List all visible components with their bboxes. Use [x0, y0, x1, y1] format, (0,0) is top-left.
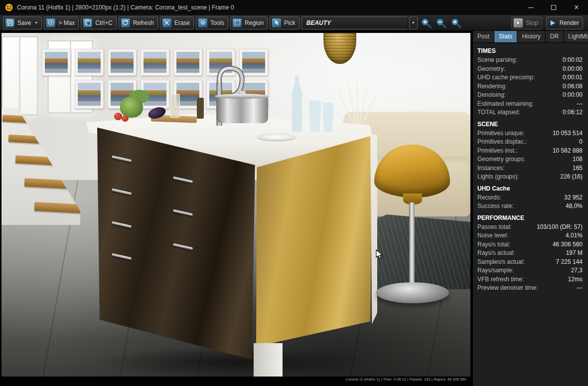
- minimize-button[interactable]: [519, 0, 542, 15]
- erase-button[interactable]: Erase: [160, 16, 194, 29]
- stats-row: Rays/s total:46 306 560: [477, 240, 583, 249]
- maximize-button[interactable]: [542, 0, 565, 15]
- stat-label: Primitives inst.:: [477, 147, 518, 156]
- render-label: Render: [560, 19, 579, 26]
- render-button[interactable]: Render: [546, 16, 583, 29]
- stop-label: Stop: [526, 19, 538, 26]
- refresh-label: Refresh: [133, 19, 154, 26]
- close-icon: ×: [574, 3, 579, 11]
- stat-label: Geometry groups:: [477, 155, 525, 164]
- kitchen-island-end-panel: [253, 133, 373, 350]
- tab-history[interactable]: History: [517, 31, 545, 42]
- stat-label: Rendering:: [477, 82, 507, 91]
- kitchen-island-drawers: [97, 125, 257, 360]
- pick-button[interactable]: Pick: [270, 16, 299, 29]
- to-max-label: > Max: [58, 19, 75, 26]
- stat-value: 0:00:00: [563, 65, 583, 74]
- stats-row: Samples/s actual:7 225 144: [477, 258, 583, 267]
- tab-stats[interactable]: Stats: [494, 31, 517, 42]
- zoom-reset-button[interactable]: [449, 16, 462, 29]
- stat-label: Scene parsing:: [477, 56, 517, 65]
- tab-dr[interactable]: DR: [546, 31, 564, 42]
- drawer-handle: [173, 209, 193, 216]
- picture-photo: [111, 52, 134, 73]
- stop-icon: [513, 18, 523, 28]
- minimize-icon: [528, 7, 534, 8]
- stat-value: 27,3: [571, 266, 583, 275]
- cooking-pot: [216, 96, 268, 123]
- romanesco: [120, 97, 143, 118]
- drinking-glass: [308, 100, 321, 133]
- tab-lightmix[interactable]: LightMix: [564, 31, 588, 42]
- stats-panel: PostStatsHistoryDRLightMix TIMESScene pa…: [472, 31, 588, 386]
- tab-post[interactable]: Post: [473, 31, 494, 42]
- refresh-button[interactable]: Refresh: [119, 16, 158, 29]
- window-title: Corona 11 (Hotfix 1) | 2800×2100px (1:2)…: [17, 4, 234, 11]
- stop-button[interactable]: Stop: [511, 16, 542, 29]
- pick-icon: [272, 18, 282, 28]
- drawer-handle: [112, 221, 132, 228]
- render-view[interactable]: Corona 11 (Hotfix 1) | Time: 0:06:12 | P…: [1, 33, 470, 382]
- pot-rim: [215, 94, 270, 99]
- render-viewport: Corona 11 (Hotfix 1) | Time: 0:06:12 | P…: [0, 31, 472, 386]
- stat-value: 165: [573, 164, 583, 173]
- stats-row: TOTAL elapsed:0:06:12: [477, 108, 583, 117]
- stat-value: 0:06:12: [563, 108, 583, 117]
- render-element-caret[interactable]: ▼: [409, 16, 418, 29]
- tools-label: Tools: [210, 19, 224, 26]
- to-max-button[interactable]: 3 > Max: [44, 16, 79, 29]
- picture-photo: [144, 52, 166, 73]
- stats-row: UHD cache precomp:0:00:01: [477, 73, 583, 82]
- stats-row: Instances:165: [477, 164, 583, 173]
- region-button[interactable]: Region: [230, 16, 268, 29]
- drawer-handle: [112, 156, 132, 163]
- drawer-handle: [173, 243, 193, 250]
- stat-value: 0:06:08: [563, 82, 583, 91]
- stat-label: Success rate:: [477, 202, 514, 211]
- plate: [258, 133, 295, 140]
- wall-picture: [75, 80, 104, 109]
- stats-section-title: TIMES: [477, 47, 583, 54]
- stats-sections: TIMESScene parsing:0:00:02Geometry:0:00:…: [473, 43, 588, 293]
- stats-row: Success rate:48,0%: [477, 202, 583, 211]
- stat-label: Records:: [477, 193, 501, 202]
- stat-label: Denoising:: [477, 91, 506, 100]
- close-button[interactable]: ×: [565, 0, 588, 15]
- mouse-cursor: [376, 249, 384, 259]
- stats-row: Lights (groups):226 (16): [477, 173, 583, 182]
- stat-value: 7 225 144: [556, 258, 583, 267]
- zoom-out-button[interactable]: [435, 16, 447, 29]
- stat-value: 12ms: [568, 275, 583, 284]
- stat-label: Lights (groups):: [477, 173, 519, 182]
- stat-label: Rays/s total:: [477, 240, 510, 249]
- stat-value: 197 M: [566, 249, 583, 258]
- stats-section-title: SCENE: [477, 121, 583, 128]
- stat-value: 0:00:02: [563, 56, 583, 65]
- zoom-in-button[interactable]: [420, 16, 433, 29]
- copy-label: Ctrl+C: [95, 19, 112, 26]
- copy-button[interactable]: Ctrl+C: [81, 16, 116, 29]
- stats-row: Scene parsing:0:00:02: [477, 56, 583, 65]
- main-area: Corona 11 (Hotfix 1) | Time: 0:06:12 | P…: [0, 31, 588, 386]
- render-controls-group: Stop Render: [511, 16, 583, 29]
- stat-label: VFB refresh time:: [477, 275, 524, 284]
- pick-label: Pick: [284, 19, 295, 26]
- tools-button[interactable]: Tools: [196, 16, 228, 29]
- drawer-handle: [112, 189, 132, 195]
- picture-photo: [45, 52, 68, 73]
- wall-picture: [108, 49, 137, 76]
- stat-label: Instances:: [477, 164, 505, 173]
- stats-row: Noise level:4,01%: [477, 231, 583, 240]
- panel-tabs: PostStatsHistoryDRLightMix: [473, 31, 588, 43]
- erase-icon: [162, 18, 172, 28]
- stat-label: Samples/s actual:: [477, 258, 525, 267]
- stat-value: 226 (16): [560, 173, 583, 182]
- stats-row: Preview denoiser time:---: [477, 284, 583, 293]
- render-element-select[interactable]: BEAUTY: [301, 16, 407, 29]
- zoom-in-icon: [420, 17, 432, 29]
- region-icon: [232, 18, 242, 28]
- save-button[interactable]: Save ▼: [3, 16, 42, 29]
- stat-value: 0:00:01: [563, 73, 583, 82]
- wall-picture: [42, 49, 71, 76]
- bar-stool-stem: [409, 202, 415, 288]
